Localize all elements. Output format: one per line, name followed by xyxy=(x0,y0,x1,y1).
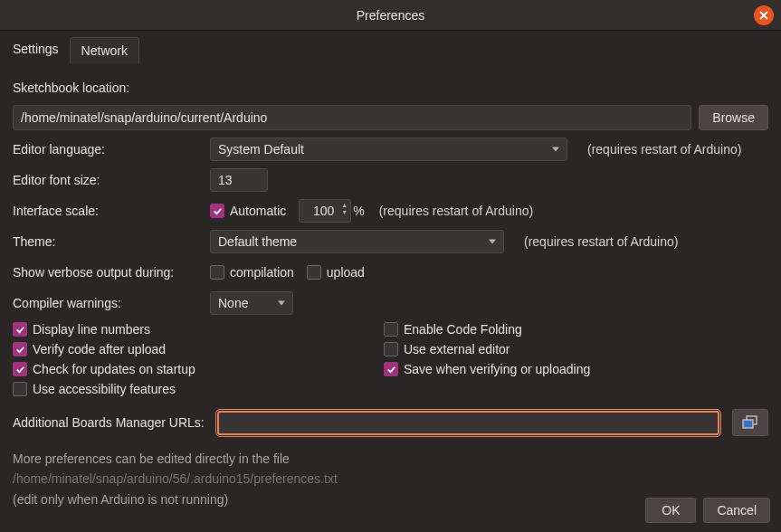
dialog-buttons: OK Cancel xyxy=(645,498,770,523)
ok-button[interactable]: OK xyxy=(645,498,696,523)
code-folding-label: Enable Code Folding xyxy=(404,322,522,337)
restart-hint-3: (requires restart of Arduino) xyxy=(524,234,678,249)
footer-line1: More preferences can be edited directly … xyxy=(13,449,768,469)
theme-label: Theme: xyxy=(13,234,210,249)
scale-input[interactable]: 100 ▲▼ xyxy=(299,199,351,223)
compiler-warnings-label: Compiler warnings: xyxy=(13,296,210,310)
compiler-warnings-value: None xyxy=(218,296,248,310)
footer-line2: /home/minatel/snap/arduino/56/.arduino15… xyxy=(13,469,768,489)
checkmark-icon xyxy=(13,362,27,376)
checkmark-icon xyxy=(210,204,224,218)
check-updates-checkbox[interactable]: Check for updates on startup xyxy=(13,362,371,376)
line-numbers-checkbox[interactable]: Display line numbers xyxy=(13,322,371,337)
editor-language-label: Editor language: xyxy=(13,142,210,157)
editor-language-value: System Default xyxy=(218,142,304,157)
automatic-label: Automatic xyxy=(230,204,286,218)
tab-network[interactable]: Network xyxy=(70,37,139,63)
sketchbook-path-input[interactable] xyxy=(13,105,691,130)
restart-hint-1: (requires restart of Arduino) xyxy=(587,142,741,157)
compilation-checkbox[interactable]: compilation xyxy=(210,265,294,280)
close-button[interactable] xyxy=(754,5,774,25)
chevron-down-icon[interactable]: ▼ xyxy=(341,209,348,215)
scale-value: 100 xyxy=(313,204,334,218)
checkbox-empty-icon xyxy=(307,265,321,280)
checkbox-empty-icon xyxy=(384,322,398,337)
checkmark-icon xyxy=(13,322,27,337)
window-title: Preferences xyxy=(357,8,424,23)
line-numbers-label: Display line numbers xyxy=(33,322,150,337)
verify-after-upload-label: Verify code after upload xyxy=(33,342,166,356)
checkmark-icon xyxy=(384,362,398,376)
accessibility-checkbox[interactable]: Use accessibility features xyxy=(13,382,371,396)
windows-icon xyxy=(742,415,758,430)
compilation-label: compilation xyxy=(230,265,294,280)
browse-button[interactable]: Browse xyxy=(699,105,768,130)
tab-bar: Settings Network xyxy=(0,31,781,63)
editor-language-select[interactable]: System Default xyxy=(210,138,567,161)
interface-scale-label: Interface scale: xyxy=(13,204,210,218)
save-when-verifying-checkbox[interactable]: Save when verifying or uploading xyxy=(384,362,756,376)
upload-label: upload xyxy=(327,265,365,280)
checkbox-empty-icon xyxy=(13,382,27,396)
external-editor-checkbox[interactable]: Use external editor xyxy=(384,342,756,356)
verbose-label: Show verbose output during: xyxy=(13,265,210,280)
automatic-checkbox[interactable]: Automatic xyxy=(210,204,286,218)
restart-hint-2: (requires restart of Arduino) xyxy=(379,204,533,218)
checkmark-icon xyxy=(13,342,27,356)
titlebar: Preferences xyxy=(0,0,781,31)
verify-after-upload-checkbox[interactable]: Verify code after upload xyxy=(13,342,371,356)
theme-value: Default theme xyxy=(218,234,297,249)
save-when-verifying-label: Save when verifying or uploading xyxy=(404,362,590,376)
settings-panel: Sketchbook location: Browse Editor langu… xyxy=(0,63,781,509)
upload-checkbox[interactable]: upload xyxy=(307,265,365,280)
sketchbook-label: Sketchbook location: xyxy=(13,81,129,95)
additional-urls-input[interactable] xyxy=(217,411,719,435)
tab-settings[interactable]: Settings xyxy=(2,36,70,63)
external-editor-label: Use external editor xyxy=(404,342,510,356)
close-icon xyxy=(759,11,768,20)
code-folding-checkbox[interactable]: Enable Code Folding xyxy=(384,322,756,337)
font-size-label: Editor font size: xyxy=(13,173,210,187)
checkbox-empty-icon xyxy=(210,265,224,280)
edit-urls-button[interactable] xyxy=(732,409,768,436)
theme-select[interactable]: Default theme xyxy=(210,230,504,253)
percent-label: % xyxy=(353,204,364,218)
svg-rect-1 xyxy=(743,420,753,428)
compiler-warnings-select[interactable]: None xyxy=(210,291,293,315)
font-size-input[interactable] xyxy=(210,168,268,192)
additional-urls-label: Additional Boards Manager URLs: xyxy=(13,415,205,430)
cancel-button[interactable]: Cancel xyxy=(703,498,770,523)
chevron-up-icon[interactable]: ▲ xyxy=(341,202,348,208)
checkbox-empty-icon xyxy=(384,342,398,356)
accessibility-label: Use accessibility features xyxy=(33,382,176,396)
check-updates-label: Check for updates on startup xyxy=(33,362,195,376)
